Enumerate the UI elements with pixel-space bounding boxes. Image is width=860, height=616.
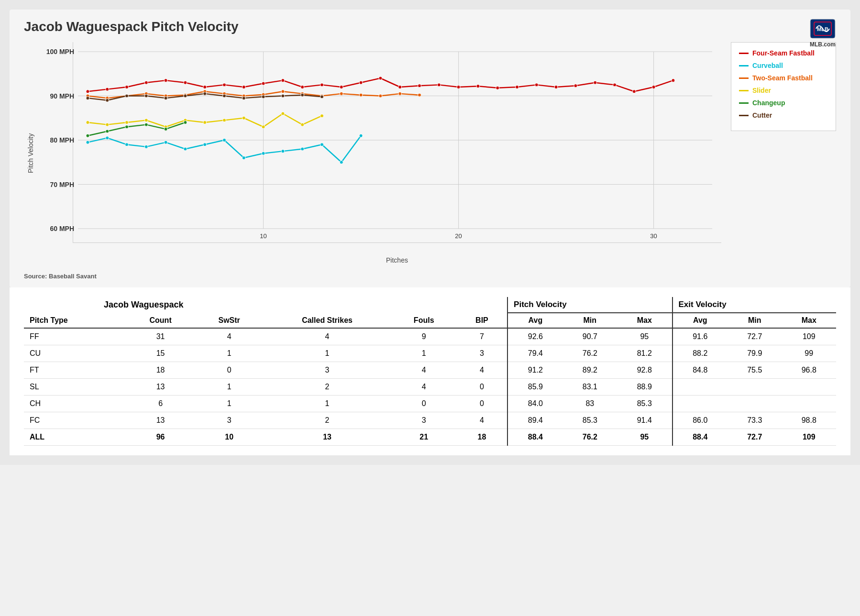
cell-pv-avg: 84.0 xyxy=(507,396,563,412)
cell-fouls: 4 xyxy=(391,362,457,379)
cell-pv-max: 95 xyxy=(617,328,673,345)
cell-ev-avg xyxy=(673,396,728,412)
cell-swstr: 3 xyxy=(195,412,264,429)
svg-point-55 xyxy=(164,141,167,144)
table-player-name: Jacob Waguespack xyxy=(24,297,264,313)
svg-point-64 xyxy=(340,161,343,164)
cell-called-strikes: 1 xyxy=(264,345,391,362)
legend-item-slider: Slider xyxy=(739,87,828,94)
svg-point-44 xyxy=(554,86,558,89)
table-row: FF 31 4 4 9 7 92.6 90.7 95 91.6 72.7 109 xyxy=(24,328,836,345)
cell-ev-avg: 88.2 xyxy=(673,345,728,362)
table-row: FC 13 3 2 3 4 89.4 85.3 91.4 86.0 73.3 9… xyxy=(24,412,836,429)
svg-point-94 xyxy=(281,112,285,115)
cell-pv-min: 90.7 xyxy=(563,328,617,345)
cell-pitch: FC xyxy=(24,412,126,429)
cell-ev-min: 73.3 xyxy=(728,412,782,429)
legend-item-changeup: Changeup xyxy=(739,99,828,107)
svg-point-33 xyxy=(340,86,343,89)
legend: Four-Seam FastballCurveballTwo-Seam Fast… xyxy=(731,42,836,131)
legend-color-line xyxy=(739,53,749,54)
cell-ev-max: 96.8 xyxy=(782,362,836,379)
svg-point-91 xyxy=(223,119,226,122)
cell-count: 31 xyxy=(126,328,195,345)
svg-point-23 xyxy=(144,81,148,84)
legend-color-line xyxy=(739,90,749,91)
cell-pitch: CH xyxy=(24,396,126,412)
cell-called-strikes: 2 xyxy=(264,412,391,429)
cell-ev-avg: 91.6 xyxy=(673,328,728,345)
cell-fouls: 9 xyxy=(391,328,457,345)
svg-point-59 xyxy=(242,156,245,160)
cell-pv-max: 88.9 xyxy=(617,379,673,396)
svg-point-40 xyxy=(476,85,480,88)
col-pv-avg: Avg xyxy=(507,313,563,328)
source-text: Source: Baseball Savant xyxy=(24,269,836,283)
svg-point-24 xyxy=(164,79,167,82)
cell-swstr: 0 xyxy=(195,362,264,379)
svg-point-31 xyxy=(301,86,304,89)
col-pitch-type: Pitch Type xyxy=(24,313,126,328)
cell-ev-avg: 86.0 xyxy=(673,412,728,429)
cell-ev-min xyxy=(728,396,782,412)
col-pv-min: Min xyxy=(563,313,617,328)
svg-point-84 xyxy=(86,121,89,124)
chart-card: Jacob Waguespack Pitch Velocity MLB MLB.… xyxy=(10,10,850,287)
svg-point-108 xyxy=(184,94,187,98)
cell-pitch: FF xyxy=(24,328,126,345)
svg-point-47 xyxy=(613,83,617,87)
cell-called-strikes: 1 xyxy=(264,396,391,412)
cell-swstr: 1 xyxy=(195,396,264,412)
col-called-strikes: Called Strikes xyxy=(264,313,391,328)
svg-point-103 xyxy=(86,97,89,100)
svg-point-26 xyxy=(203,86,207,89)
svg-point-49 xyxy=(652,86,655,89)
cell-pv-avg: 79.4 xyxy=(507,345,563,362)
chart-svg: 100 MPH90 MPH80 MPH70 MPH60 MPH102030 xyxy=(73,42,721,242)
svg-point-22 xyxy=(125,86,129,89)
svg-point-20 xyxy=(86,90,89,93)
svg-point-112 xyxy=(262,95,265,99)
cell-called-strikes: 2 xyxy=(264,379,391,396)
svg-point-46 xyxy=(594,81,597,84)
svg-point-98 xyxy=(106,130,109,133)
cell-pitch: FT xyxy=(24,362,126,379)
exit-velocity-header: Exit Velocity xyxy=(673,297,836,313)
cell-ev-min: 72.7 xyxy=(728,328,782,345)
cell-called-strikes: 13 xyxy=(264,429,391,446)
cell-ev-avg: 88.4 xyxy=(673,429,728,446)
cell-bip: 4 xyxy=(457,362,507,379)
data-table: Jacob Waguespack Pitch Velocity Exit Vel… xyxy=(24,297,836,446)
chart-and-legend: 100 MPH90 MPH80 MPH70 MPH60 MPH102030 Pi… xyxy=(34,42,836,264)
cell-swstr: 10 xyxy=(195,429,264,446)
svg-point-62 xyxy=(301,147,304,151)
svg-point-51 xyxy=(86,141,89,144)
col-ev-avg: Avg xyxy=(673,313,728,328)
legend-item-four-seam-fastball: Four-Seam Fastball xyxy=(739,49,828,57)
svg-point-113 xyxy=(281,94,285,98)
svg-point-114 xyxy=(301,93,304,97)
col-ev-max: Max xyxy=(782,313,836,328)
chart-plot-area: 100 MPH90 MPH80 MPH70 MPH60 MPH102030 xyxy=(73,42,721,243)
outer-container: Jacob Waguespack Pitch Velocity MLB MLB.… xyxy=(0,0,860,465)
cell-ev-max xyxy=(782,379,836,396)
legend-color-line xyxy=(739,115,749,116)
svg-point-92 xyxy=(242,116,245,120)
svg-point-50 xyxy=(672,79,675,82)
svg-text:20: 20 xyxy=(455,232,462,240)
svg-point-58 xyxy=(223,139,226,142)
cell-pv-max: 92.8 xyxy=(617,362,673,379)
legend-color-line xyxy=(739,102,749,104)
svg-point-27 xyxy=(223,83,226,87)
cell-fouls: 3 xyxy=(391,412,457,429)
legend-color-line xyxy=(739,65,749,66)
svg-point-56 xyxy=(184,147,187,151)
col-pv-max: Max xyxy=(617,313,673,328)
svg-point-53 xyxy=(125,143,129,146)
svg-point-76 xyxy=(281,90,285,93)
cell-fouls: 21 xyxy=(391,429,457,446)
svg-point-48 xyxy=(632,90,636,93)
svg-point-109 xyxy=(203,92,207,95)
svg-point-115 xyxy=(320,95,324,99)
svg-point-90 xyxy=(203,121,207,124)
